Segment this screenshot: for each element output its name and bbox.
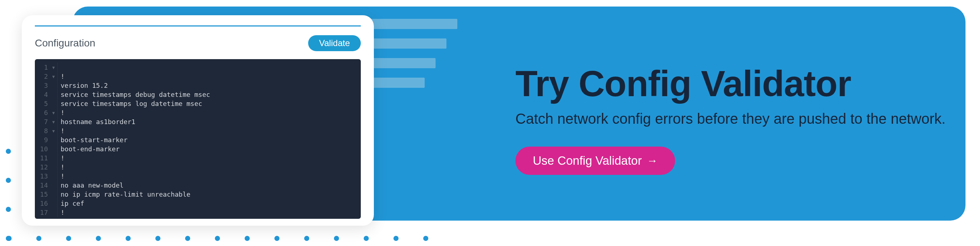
banner-content: Try Config Validator Catch network confi…: [515, 65, 945, 175]
code-text: service timestamps debug datetime msec: [57, 90, 210, 99]
code-line[interactable]: 10boot-end-marker: [35, 144, 361, 154]
code-editor[interactable]: 1▾2▾!3version 15.24service timestamps de…: [35, 59, 361, 219]
code-line[interactable]: 2▾!: [35, 72, 361, 81]
line-number: 12: [35, 163, 51, 171]
dot-icon: [364, 236, 369, 241]
dot-icon: [6, 178, 11, 183]
fold-toggle-icon: [51, 163, 57, 171]
code-line[interactable]: 5service timestamps log datetime msec: [35, 99, 361, 108]
dot-icon: [126, 236, 130, 241]
fold-toggle-icon[interactable]: ▾: [51, 108, 57, 117]
subheadline: Catch network config errors before they …: [515, 111, 945, 127]
dot-icon: [6, 207, 11, 212]
config-editor-card: Configuration Validate 1▾2▾!3version 15.…: [22, 15, 374, 226]
line-number: 8: [35, 126, 51, 135]
line-number: 7: [35, 117, 51, 126]
cta-label: Use Config Validator: [533, 154, 642, 168]
code-text: version 15.2: [57, 81, 108, 90]
dot-icon: [334, 236, 339, 241]
line-number: 13: [35, 171, 51, 181]
fold-toggle-icon: [51, 199, 57, 208]
code-line[interactable]: 6▾!: [35, 108, 361, 117]
line-number: 1: [35, 63, 51, 72]
code-line[interactable]: 7▾hostname as1border1: [35, 117, 361, 126]
fold-toggle-icon: [51, 135, 57, 144]
line-number: 17: [35, 208, 51, 217]
code-text: boot-start-marker: [57, 135, 127, 144]
code-text: no ip icmp rate-limit unreachable: [57, 190, 191, 199]
decorative-dots-horizontal: [6, 236, 428, 241]
line-number: 2: [35, 72, 51, 81]
code-text: [57, 63, 60, 72]
fold-toggle-icon: [51, 144, 57, 154]
line-number: 16: [35, 199, 51, 208]
line-number: 5: [35, 99, 51, 108]
code-text: ip cef: [57, 199, 84, 208]
arrow-right-icon: →: [647, 155, 658, 167]
code-text: !: [57, 126, 65, 135]
fold-toggle-icon[interactable]: ▾: [51, 72, 57, 81]
dot-icon: [304, 236, 309, 241]
line-number: 4: [35, 90, 51, 99]
code-text: !: [57, 154, 65, 163]
line-number: 9: [35, 135, 51, 144]
dot-icon: [96, 236, 101, 241]
fold-toggle-icon: [51, 171, 57, 181]
dot-icon: [6, 236, 12, 241]
headline: Try Config Validator: [515, 65, 945, 103]
line-number: 6: [35, 108, 51, 117]
code-line[interactable]: 12!: [35, 163, 361, 171]
code-text: !: [57, 171, 65, 181]
dot-icon: [215, 236, 220, 241]
fold-toggle-icon: [51, 181, 57, 190]
fold-toggle-icon: [51, 81, 57, 90]
fold-toggle-icon: [51, 99, 57, 108]
code-text: no aaa new-model: [57, 181, 123, 190]
use-config-validator-button[interactable]: Use Config Validator →: [515, 147, 675, 175]
dot-icon: [185, 236, 190, 241]
dot-icon: [245, 236, 250, 241]
code-line[interactable]: 14no aaa new-model: [35, 181, 361, 190]
code-line[interactable]: 4service timestamps debug datetime msec: [35, 90, 361, 99]
code-text: hostname as1border1: [57, 117, 135, 126]
dot-icon: [36, 236, 41, 241]
code-text: service timestamps log datetime msec: [57, 99, 202, 108]
code-text: !: [57, 108, 65, 117]
code-line[interactable]: 11!: [35, 154, 361, 163]
code-text: boot-end-marker: [57, 144, 120, 154]
dot-icon: [155, 236, 161, 241]
fold-toggle-icon: [51, 90, 57, 99]
code-text: !: [57, 163, 65, 171]
code-line[interactable]: 9boot-start-marker: [35, 135, 361, 144]
code-line[interactable]: 17!: [35, 208, 361, 217]
fold-toggle-icon: [51, 154, 57, 163]
card-title: Configuration: [35, 37, 95, 49]
fold-toggle-icon: [51, 190, 57, 199]
dot-icon: [274, 236, 280, 241]
dot-icon: [393, 236, 399, 241]
card-top-rule: [35, 25, 361, 27]
line-number: 10: [35, 144, 51, 154]
code-text: !: [57, 208, 65, 217]
fold-toggle-icon[interactable]: ▾: [51, 63, 57, 72]
code-line[interactable]: 8▾!: [35, 126, 361, 135]
code-line[interactable]: 15no ip icmp rate-limit unreachable: [35, 190, 361, 199]
line-number: 3: [35, 81, 51, 90]
line-number: 14: [35, 181, 51, 190]
card-header: Configuration Validate: [35, 35, 361, 51]
fold-toggle-icon[interactable]: ▾: [51, 117, 57, 126]
dot-icon: [423, 236, 428, 241]
dot-icon: [66, 236, 71, 241]
validate-button[interactable]: Validate: [308, 35, 361, 51]
fold-toggle-icon: [51, 208, 57, 217]
line-number: 15: [35, 190, 51, 199]
line-number: 11: [35, 154, 51, 163]
fold-toggle-icon[interactable]: ▾: [51, 126, 57, 135]
code-line[interactable]: 13!: [35, 171, 361, 181]
code-line[interactable]: 1▾: [35, 63, 361, 72]
decorative-dots-vertical: [6, 149, 11, 241]
code-line[interactable]: 16ip cef: [35, 199, 361, 208]
dot-icon: [6, 149, 11, 154]
code-text: !: [57, 72, 65, 81]
code-line[interactable]: 3version 15.2: [35, 81, 361, 90]
